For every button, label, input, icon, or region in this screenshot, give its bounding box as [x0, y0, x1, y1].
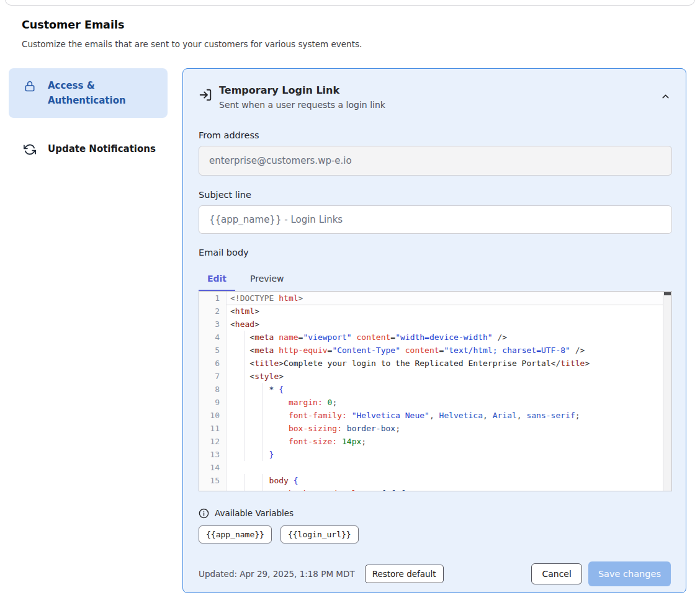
from-address-input[interactable]: [199, 146, 672, 176]
code-line-7[interactable]: 7 <style>: [199, 370, 671, 383]
code-line-6[interactable]: 6 <title>Complete your login to the Repl…: [199, 357, 671, 370]
tab-preview[interactable]: Preview: [235, 267, 299, 291]
indent-guide: [244, 422, 245, 435]
subject-line-label: Subject line: [199, 190, 671, 200]
footer-actions: Cancel Save changes: [531, 561, 671, 586]
indent-guide: [244, 409, 245, 422]
code-line-content[interactable]: font-family: "Helvetica Neue", Helvetica…: [227, 409, 671, 422]
line-number: 10: [199, 409, 227, 422]
updated-timestamp: Updated: Apr 29, 2025, 1:18 PM MDT: [199, 569, 355, 579]
variable-chip-login-url[interactable]: {{login_url}}: [280, 525, 359, 543]
indent-guide: [244, 435, 245, 448]
indent-guide: [244, 357, 245, 370]
indent-guide: [262, 487, 263, 491]
code-line-content[interactable]: body {: [227, 474, 671, 487]
code-line-2[interactable]: 2<html>: [199, 305, 671, 318]
indent-guide: [244, 448, 245, 461]
code-line-content[interactable]: }: [227, 448, 671, 461]
line-number: 11: [199, 422, 227, 435]
code-line-content[interactable]: font-size: 14px;: [227, 435, 671, 448]
variable-chip-app-name[interactable]: {{app_name}}: [199, 525, 272, 543]
line-number: 15: [199, 474, 227, 487]
code-line-content[interactable]: background-color: #f6f6f6;: [227, 487, 671, 491]
info-icon: [199, 508, 209, 519]
line-number: 2: [199, 305, 227, 318]
from-address-label: From address: [199, 130, 671, 140]
code-line-content[interactable]: <title>Complete your login to the Replic…: [227, 357, 671, 370]
code-line-4[interactable]: 4 <meta name="viewport" content="width=d…: [199, 331, 671, 344]
panel-header: Temporary Login Link Sent when a user re…: [199, 84, 671, 110]
code-line-content[interactable]: <html>: [227, 305, 671, 318]
email-types-sidebar: Access & Authentication Update Notificat…: [9, 68, 168, 166]
indent-guide: [244, 487, 245, 491]
code-line-content[interactable]: <meta http-equiv="Content-Type" content=…: [227, 344, 671, 357]
code-line-content[interactable]: box-sizing: border-box;: [227, 422, 671, 435]
line-number: 9: [199, 396, 227, 409]
code-line-12[interactable]: 12 font-size: 14px;: [199, 435, 671, 448]
temporary-login-link-panel: Temporary Login Link Sent when a user re…: [182, 68, 686, 593]
indent-guide: [262, 435, 263, 448]
indent-guide: [262, 474, 263, 487]
page-subtitle: Customize the emails that are sent to yo…: [22, 39, 580, 49]
panel-subtitle: Sent when a user requests a login link: [219, 100, 385, 110]
indent-guide: [244, 331, 245, 344]
code-line-11[interactable]: 11 box-sizing: border-box;: [199, 422, 671, 435]
panel-footer: Updated: Apr 29, 2025, 1:18 PM MDT Resto…: [199, 561, 671, 586]
email-body-tabs: Edit Preview: [199, 267, 671, 291]
indent-guide: [262, 422, 263, 435]
subject-line-input[interactable]: [199, 205, 672, 234]
email-body-label: Email body: [199, 248, 671, 257]
panel-header-text: Temporary Login Link Sent when a user re…: [219, 84, 385, 110]
line-number: 7: [199, 370, 227, 383]
code-line-9[interactable]: 9 margin: 0;: [199, 396, 671, 409]
lock-icon: [24, 80, 36, 92]
line-number: 13: [199, 448, 227, 461]
login-icon: [199, 88, 212, 102]
code-line-content[interactable]: [227, 461, 671, 474]
code-line-content[interactable]: <!DOCTYPE html>: [227, 292, 671, 305]
editor-scrollbar-thumb[interactable]: [664, 292, 671, 295]
code-line-14[interactable]: 14: [199, 461, 671, 474]
code-line-content[interactable]: <head>: [227, 318, 671, 331]
code-line-15[interactable]: 15 body {: [199, 474, 671, 487]
code-line-3[interactable]: 3<head>: [199, 318, 671, 331]
code-line-10[interactable]: 10 font-family: "Helvetica Neue", Helvet…: [199, 409, 671, 422]
sidebar-item-label: Access & Authentication: [48, 78, 156, 108]
available-variables-label: Available Variables: [215, 508, 294, 518]
chevron-up-icon[interactable]: [660, 91, 671, 102]
restore-default-button[interactable]: Restore default: [365, 565, 444, 583]
tab-edit[interactable]: Edit: [199, 267, 235, 291]
sidebar-item-access-authentication[interactable]: Access & Authentication: [9, 68, 168, 118]
code-line-1[interactable]: 1<!DOCTYPE html>: [199, 292, 671, 305]
variable-chips: {{app_name}} {{login_url}}: [199, 525, 671, 543]
code-line-16[interactable]: 16 background-color: #f6f6f6;: [199, 487, 671, 491]
page-title: Customer Emails: [22, 19, 580, 31]
line-number: 4: [199, 331, 227, 344]
code-line-content[interactable]: <meta name="viewport" content="width=dev…: [227, 331, 671, 344]
email-body-code-editor[interactable]: 1<!DOCTYPE html>2<html>3<head>4 <meta na…: [199, 291, 672, 491]
editor-scrollbar[interactable]: [663, 292, 671, 491]
previous-card-bottom-edge: [5, 0, 695, 6]
indent-guide: [262, 409, 263, 422]
indent-guide: [244, 344, 245, 357]
code-lines: 1<!DOCTYPE html>2<html>3<head>4 <meta na…: [199, 292, 671, 491]
indent-guide: [244, 370, 245, 383]
sidebar-item-update-notifications[interactable]: Update Notifications: [9, 132, 168, 166]
indent-guide: [262, 448, 263, 461]
code-line-8[interactable]: 8 * {: [199, 383, 671, 396]
indent-guide: [244, 396, 245, 409]
line-number: 8: [199, 383, 227, 396]
cancel-button[interactable]: Cancel: [531, 563, 581, 584]
line-number: 16: [199, 487, 227, 491]
code-line-content[interactable]: margin: 0;: [227, 396, 671, 409]
code-line-5[interactable]: 5 <meta http-equiv="Content-Type" conten…: [199, 344, 671, 357]
line-number: 12: [199, 435, 227, 448]
code-line-13[interactable]: 13 }: [199, 448, 671, 461]
save-changes-button[interactable]: Save changes: [588, 561, 671, 586]
sidebar-item-label: Update Notifications: [48, 141, 156, 156]
refresh-icon: [24, 143, 36, 156]
code-line-content[interactable]: * {: [227, 383, 671, 396]
line-number: 3: [199, 318, 227, 331]
code-line-content[interactable]: <style>: [227, 370, 671, 383]
panel-title: Temporary Login Link: [219, 84, 385, 97]
